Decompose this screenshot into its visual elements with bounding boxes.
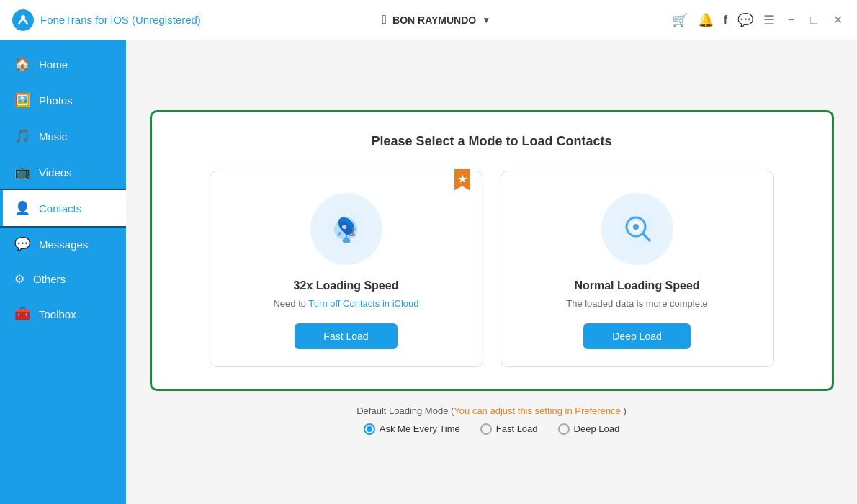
mode-options: ★ xyxy=(181,171,803,367)
deep-load-desc: The loaded data is more complete xyxy=(566,298,708,309)
sidebar-item-photos[interactable]: 🖼️ Photos xyxy=(0,82,126,118)
videos-icon: 📺 xyxy=(14,164,30,180)
device-info[interactable]:  BON RAYMUNDO ▼ xyxy=(382,12,490,27)
radio-group: Ask Me Every Time Fast Load Deep Load xyxy=(356,423,627,435)
main-layout: 🏠 Home 🖼️ Photos 🎵 Music 📺 Videos 👤 Cont… xyxy=(0,40,857,504)
chat-icon[interactable]: 💬 xyxy=(737,12,753,28)
sidebar-label-music: Music xyxy=(39,130,67,143)
radio-label-ask: Ask Me Every Time xyxy=(380,423,460,434)
mode-card: Please Select a Mode to Load Contacts ★ xyxy=(150,110,834,391)
sidebar-item-music[interactable]: 🎵 Music xyxy=(0,118,126,154)
minimize-button[interactable]: − xyxy=(785,12,797,28)
deep-load-icon-circle xyxy=(601,193,673,265)
others-icon: ⚙ xyxy=(14,272,24,286)
sidebar-label-messages: Messages xyxy=(39,238,88,251)
fast-load-desc-prefix: Need to xyxy=(273,298,308,309)
sidebar-label-toolbox: Toolbox xyxy=(39,308,76,320)
radio-deep-load[interactable]: Deep Load xyxy=(558,423,620,435)
icloud-link[interactable]: Turn off Contacts in iCloud xyxy=(308,298,418,309)
toolbox-icon: 🧰 xyxy=(14,306,30,322)
sidebar-item-messages[interactable]: 💬 Messages xyxy=(0,226,126,262)
sidebar-label-photos: Photos xyxy=(39,94,73,107)
contacts-icon: 👤 xyxy=(14,200,30,216)
radio-circle-deep xyxy=(558,423,570,435)
app-title: FoneTrans for iOS (Unregistered) xyxy=(40,14,201,26)
rocket-icon xyxy=(327,210,366,248)
deep-load-title: Normal Loading Speed xyxy=(574,279,699,292)
radio-circle-fast xyxy=(480,423,492,435)
app-logo xyxy=(12,9,35,32)
sidebar-item-contacts[interactable]: 👤 Contacts xyxy=(0,190,126,226)
svg-point-9 xyxy=(633,224,639,230)
svg-point-1 xyxy=(21,15,25,19)
fast-load-desc: Need to Turn off Contacts in iCloud xyxy=(273,298,418,309)
title-bar-left: FoneTrans for iOS (Unregistered) xyxy=(12,9,201,32)
close-button[interactable]: ✕ xyxy=(830,12,845,28)
sidebar-item-home[interactable]: 🏠 Home xyxy=(0,46,126,82)
radio-fast-load[interactable]: Fast Load xyxy=(480,423,538,435)
ribbon-shape: ★ xyxy=(454,169,470,191)
title-bar-right: 🛒 🔔 f 💬 ☰ − □ ✕ xyxy=(672,12,845,28)
photos-icon: 🖼️ xyxy=(14,92,30,108)
apple-icon:  xyxy=(382,12,387,27)
fast-load-icon-circle xyxy=(310,193,382,265)
bell-icon[interactable]: 🔔 xyxy=(698,12,714,28)
sidebar-label-home: Home xyxy=(39,58,68,71)
deep-load-option: Normal Loading Speed The loaded data is … xyxy=(501,171,774,367)
device-name: BON RAYMUNDO xyxy=(392,14,476,26)
radio-circle-ask xyxy=(364,423,375,435)
footer-section: Default Loading Mode (You can adjust thi… xyxy=(356,405,627,435)
device-dropdown-arrow[interactable]: ▼ xyxy=(482,15,490,25)
mode-card-title: Please Select a Mode to Load Contacts xyxy=(181,134,803,149)
sidebar-item-others[interactable]: ⚙ Others xyxy=(0,262,126,296)
home-icon: 🏠 xyxy=(14,56,30,72)
footer-highlight: You can adjust this setting in Preferenc… xyxy=(454,405,623,416)
title-bar: FoneTrans for iOS (Unregistered)  BON R… xyxy=(0,0,857,40)
maximize-button[interactable]: □ xyxy=(807,12,820,28)
radio-label-deep: Deep Load xyxy=(574,423,620,434)
fast-load-title: 32x Loading Speed xyxy=(294,279,399,292)
footer-text: Default Loading Mode (You can adjust thi… xyxy=(356,405,627,416)
menu-icon[interactable]: ☰ xyxy=(763,12,775,28)
cart-icon[interactable]: 🛒 xyxy=(672,12,688,28)
sidebar-item-videos[interactable]: 📺 Videos xyxy=(0,154,126,190)
sidebar-item-toolbox[interactable]: 🧰 Toolbox xyxy=(0,296,126,332)
fast-load-option: ★ xyxy=(210,171,483,367)
radio-ask-every-time[interactable]: Ask Me Every Time xyxy=(364,423,460,435)
fast-load-button[interactable]: Fast Load xyxy=(295,323,397,349)
sidebar: 🏠 Home 🖼️ Photos 🎵 Music 📺 Videos 👤 Cont… xyxy=(0,40,126,504)
sidebar-label-others: Others xyxy=(33,273,66,285)
music-icon: 🎵 xyxy=(14,128,30,144)
facebook-icon[interactable]: f xyxy=(724,14,727,27)
sidebar-label-contacts: Contacts xyxy=(39,202,81,215)
radio-label-fast: Fast Load xyxy=(496,423,538,434)
magnifier-icon xyxy=(618,210,657,248)
sidebar-label-videos: Videos xyxy=(39,166,72,179)
radio-dot-ask xyxy=(367,426,372,432)
messages-icon: 💬 xyxy=(14,236,30,252)
content-area: Please Select a Mode to Load Contacts ★ xyxy=(126,40,857,504)
deep-load-button[interactable]: Deep Load xyxy=(583,323,691,349)
